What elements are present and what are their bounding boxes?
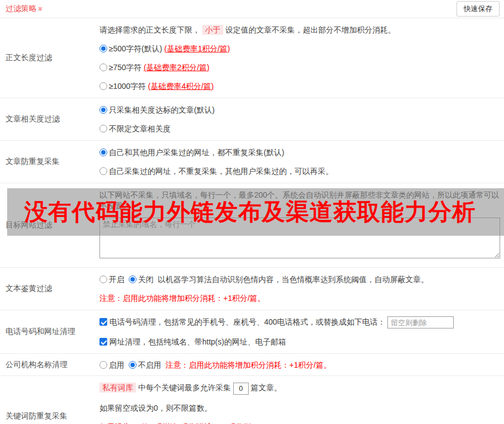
radio-porn-on[interactable] (99, 275, 107, 283)
keyword-limit-suffix: 篇文章。 (251, 383, 282, 392)
dedupe-option-self-only[interactable]: 自己采集过的网址，不重复采集，其他用户采集过的，可以再采。 (99, 162, 498, 181)
length-option-500-label[interactable]: ≥500字符(默认) (109, 44, 162, 53)
radio-company-on[interactable] (99, 361, 107, 369)
company-cleanup-options: 启用 不启用 注意：启用此功能将增加积分消耗：+1积分/篇。 (99, 359, 331, 370)
porn-option-off-label[interactable]: 关闭 (138, 275, 154, 284)
private-lexicon-tag: 私有词库 (99, 383, 136, 393)
row-keyword-dedupe: 关键词防重复采集 私有词库 中每个关键词最多允许采集 篇文章。 如果留空或设为0… (0, 376, 504, 424)
section-header: 过滤策略 » 快速保存 (0, 0, 504, 18)
length-option-500[interactable]: ≥500字符(默认) (基础费率1积分/篇) (99, 39, 498, 58)
company-option-off-label[interactable]: 不启用 (138, 361, 161, 369)
row-length-filter: 正文长度过滤 请选择需求的正文长度下限， 小于 设定值的文章不采集，超出部分不增… (0, 18, 504, 98)
porn-filter-options: 开启 关闭 以机器学习算法自动识别色情内容，当色情概率达到系统阈值，自动屏蔽文章… (99, 270, 498, 289)
length-option-1000-fee: (基础费率4积分/篇) (148, 82, 214, 91)
replacement-phone-input[interactable] (387, 316, 454, 328)
section-title-filter-strategy[interactable]: 过滤策略 » (6, 4, 43, 14)
company-option-on-label[interactable]: 启用 (109, 361, 124, 369)
length-option-750[interactable]: ≥750字符 (基础费率2积分/篇) (99, 58, 498, 77)
phone-url-content: 电话号码清理，包括常见的手机号、座机号、400电话格式，或替换成如下电话： 网址… (94, 310, 504, 353)
row-phone-url-cleanup: 电话号码和网址清理 电话号码清理，包括常见的手机号、座机号、400电话格式，或替… (0, 310, 504, 354)
keyword-note-zero: 如果留空或设为0，则不限篇数。 (99, 399, 498, 417)
company-cleanup-label: 公司机构名称清理 (0, 354, 94, 375)
dedupe-content: 自己和其他用户采集过的网址，都不重复采集(默认) 自己采集过的网址，不重复采集，… (94, 141, 504, 183)
radio-500-selected[interactable] (99, 45, 107, 52)
porn-filter-desc: 以机器学习算法自动识别色情内容，当色情概率达到系统阈值，自动屏蔽文章。 (158, 275, 429, 284)
target-site-label: 目标网站过滤 (0, 183, 94, 267)
chevron-double-down-icon: » (37, 7, 45, 11)
section-title-label: 过滤策略 (6, 4, 36, 14)
relevance-filter-content: 只采集相关度达标的文章(默认) 不限定文章相关度 (94, 98, 504, 140)
length-option-750-label[interactable]: ≥750字符 (109, 63, 141, 72)
relevance-option-any[interactable]: 不限定文章相关度 (99, 119, 498, 138)
length-filter-label: 正文长度过滤 (0, 18, 94, 98)
radio-relevance-strict-selected[interactable] (99, 106, 107, 114)
row-dedupe: 文章防重复采集 自己和其他用户采集过的网址，都不重复采集(默认) 自己采集过的网… (0, 141, 504, 183)
radio-dedupe-self[interactable] (99, 167, 107, 175)
length-option-1000-label[interactable]: ≥1000字符 (109, 82, 146, 91)
relevance-filter-label: 文章相关度过滤 (0, 98, 94, 140)
url-cleanup-line: 网址清理，包括纯域名、带http(s)的网址、电子邮箱 (99, 332, 498, 351)
length-filter-desc: 请选择需求的正文长度下限， 小于 设定值的文章不采集，超出部分不增加积分消耗。 (99, 20, 498, 39)
radio-1000[interactable] (99, 82, 107, 90)
row-target-site-filter: 目标网站过滤 以下网站不采集，只填域名，每行一个，最多200个。系统会自动识别并… (0, 183, 504, 268)
url-cleanup-label[interactable]: 网址清理，包括纯域名、带http(s)的网址、电子邮箱 (109, 337, 286, 346)
dedupe-label: 文章防重复采集 (0, 141, 94, 183)
porn-filter-label: 文本鉴黄过滤 (0, 268, 94, 310)
keyword-dedupe-label: 关键词防重复采集 (0, 376, 94, 424)
dedupe-option-all-label[interactable]: 自己和其他用户采集过的网址，都不重复采集(默认) (109, 148, 284, 157)
length-option-500-fee: (基础费率1积分/篇) (164, 44, 230, 53)
porn-option-on-label[interactable]: 开启 (109, 275, 124, 284)
blocked-domains-textarea[interactable] (99, 218, 500, 258)
row-relevance-filter: 文章相关度过滤 只采集相关度达标的文章(默认) 不限定文章相关度 (0, 98, 504, 141)
less-than-tag: 小于 (202, 25, 223, 35)
radio-company-off-selected[interactable] (129, 361, 136, 369)
length-option-1000[interactable]: ≥1000字符 (基础费率4积分/篇) (99, 77, 498, 96)
radio-dedupe-all-selected[interactable] (99, 149, 107, 156)
keyword-note-1-4: 如果设为1-4篇，则增加积分消耗：+2积分/篇。 (99, 417, 498, 424)
keyword-dedupe-content: 私有词库 中每个关键词最多允许采集 篇文章。 如果留空或设为0，则不限篇数。 如… (94, 376, 504, 424)
keyword-limit-text: 中每个关键词最多允许采集 (138, 383, 231, 392)
length-filter-content: 请选择需求的正文长度下限， 小于 设定值的文章不采集，超出部分不增加积分消耗。 … (94, 18, 504, 98)
company-cleanup-note: 注意：启用此功能将增加积分消耗：+1积分/篇。 (166, 361, 332, 369)
relevance-option-any-label[interactable]: 不限定文章相关度 (109, 124, 171, 133)
length-desc-post: 设定值的文章不采集，超出部分不增加积分消耗。 (225, 25, 396, 34)
dedupe-option-self-label[interactable]: 自己采集过的网址，不重复采集，其他用户采集过的，可以再采。 (109, 167, 333, 176)
checkbox-url-cleanup-checked[interactable] (99, 338, 107, 346)
company-cleanup-content: 启用 不启用 注意：启用此功能将增加积分消耗：+1积分/篇。 (94, 354, 504, 375)
radio-750[interactable] (99, 63, 107, 71)
dedupe-option-all-users[interactable]: 自己和其他用户采集过的网址，都不重复采集(默认) (99, 143, 498, 162)
phone-cleanup-label[interactable]: 电话号码清理，包括常见的手机号、座机号、400电话格式，或替换成如下电话： (109, 317, 385, 326)
quick-save-button[interactable]: 快速保存 (456, 1, 500, 17)
target-site-desc: 以下网站不采集，只填域名，每行一个，最多200个。系统会自动识别并屏蔽那些非文章… (99, 186, 500, 215)
checkbox-phone-cleanup-checked[interactable] (99, 318, 107, 326)
radio-relevance-any[interactable] (99, 125, 107, 132)
phone-url-label: 电话号码和网址清理 (0, 310, 94, 353)
max-articles-input[interactable] (233, 383, 249, 395)
porn-filter-content: 开启 关闭 以机器学习算法自动识别色情内容，当色情概率达到系统阈值，自动屏蔽文章… (94, 268, 504, 310)
relevance-option-strict[interactable]: 只采集相关度达标的文章(默认) (99, 100, 498, 119)
row-company-cleanup: 公司机构名称清理 启用 不启用 注意：启用此功能将增加积分消耗：+1积分/篇。 (0, 354, 504, 376)
length-option-750-fee: (基础费率2积分/篇) (144, 63, 209, 72)
target-site-content: 以下网站不采集，只填域名，每行一个，最多200个。系统会自动识别并屏蔽那些非文章… (94, 183, 504, 267)
row-porn-filter: 文本鉴黄过滤 开启 关闭 以机器学习算法自动识别色情内容，当色情概率达到系统阈值… (0, 268, 504, 310)
porn-filter-note: 注意：启用此功能将增加积分消耗：+1积分/篇。 (99, 289, 498, 308)
relevance-option-strict-label[interactable]: 只采集相关度达标的文章(默认) (109, 105, 214, 114)
length-desc-pre: 请选择需求的正文长度下限， (99, 25, 200, 34)
phone-cleanup-line: 电话号码清理，包括常见的手机号、座机号、400电话格式，或替换成如下电话： (99, 312, 498, 332)
radio-porn-off-selected[interactable] (129, 275, 136, 283)
keyword-limit-line: 私有词库 中每个关键词最多允许采集 篇文章。 (99, 378, 498, 398)
